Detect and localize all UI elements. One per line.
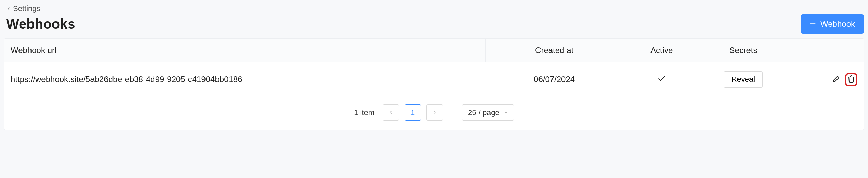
table-row: https://webhook.site/5ab26dbe-eb38-4d99-… [4, 62, 864, 97]
cell-created-at: 06/07/2024 [485, 62, 623, 97]
col-header-active: Active [623, 39, 700, 62]
pagination-count: 1 item [354, 108, 374, 117]
page-size-label: 25 / page [468, 108, 499, 117]
page-title: Webhooks [4, 16, 75, 32]
check-icon [657, 75, 666, 85]
page-size-select[interactable]: 25 / page [462, 104, 514, 121]
webhooks-table-card: Webhook url Created at Active Secrets ht… [4, 38, 864, 130]
pencil-icon [832, 75, 840, 84]
delete-button[interactable] [845, 73, 857, 86]
cell-actions [786, 62, 864, 97]
chevron-right-icon [432, 108, 437, 117]
pagination-prev-button[interactable] [383, 104, 399, 121]
chevron-left-icon [6, 4, 11, 13]
plus-icon [809, 19, 816, 29]
add-webhook-label: Webhook [820, 19, 855, 29]
chevron-left-icon [388, 108, 394, 117]
breadcrumb-label: Settings [13, 4, 40, 13]
breadcrumb-back[interactable]: Settings [4, 4, 40, 13]
webhooks-table: Webhook url Created at Active Secrets ht… [4, 39, 864, 97]
pagination: 1 item 1 25 / page [4, 97, 864, 130]
col-header-url: Webhook url [4, 39, 485, 62]
cell-active [623, 62, 700, 97]
col-header-actions [786, 39, 864, 62]
col-header-created-at: Created at [485, 39, 623, 62]
trash-icon [847, 75, 855, 84]
edit-button[interactable] [831, 74, 842, 86]
add-webhook-button[interactable]: Webhook [801, 14, 864, 34]
chevron-down-icon [504, 108, 508, 117]
pagination-next-button[interactable] [426, 104, 443, 121]
reveal-secret-button[interactable]: Reveal [724, 71, 763, 88]
cell-url: https://webhook.site/5ab26dbe-eb38-4d99-… [4, 62, 485, 97]
pagination-page-1[interactable]: 1 [405, 104, 421, 121]
cell-secrets: Reveal [700, 62, 786, 97]
col-header-secrets: Secrets [700, 39, 786, 62]
